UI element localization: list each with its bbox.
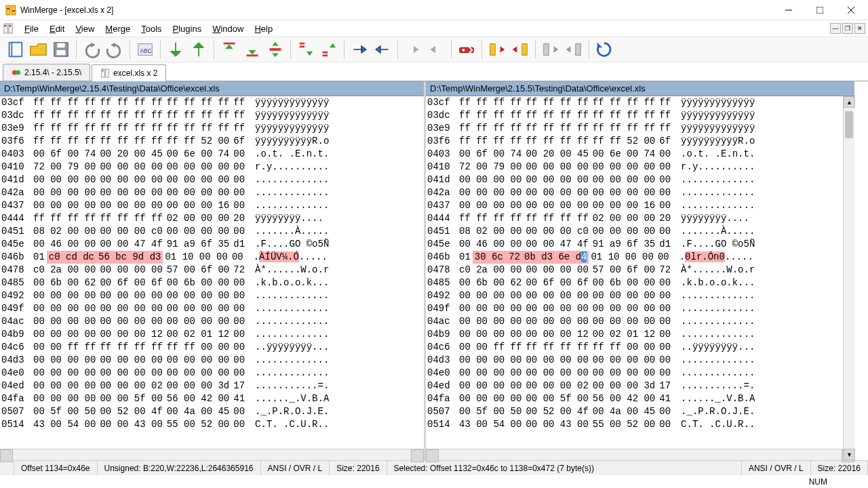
svg-rect-19 <box>224 43 235 45</box>
menubar: FileEditViewMergeToolsPluginsWindowHelp … <box>0 20 868 37</box>
left-hscroll[interactable] <box>0 449 424 460</box>
right-hex-view[interactable]: 03cfff ff ff ffff ff ff ffff ff ff ffffÿ… <box>426 96 854 449</box>
redo-button[interactable] <box>104 39 125 60</box>
left-hex-view[interactable]: 03cfff ff ff ffff ff ff ffff ff ff ffffÿ… <box>0 96 424 449</box>
copy-right-button[interactable] <box>349 39 370 60</box>
save-button[interactable] <box>50 39 72 60</box>
svg-rect-24 <box>323 52 328 54</box>
all-right-button[interactable] <box>486 39 508 60</box>
status-num-indicator: NUM <box>809 477 827 487</box>
status-left-offset: Offset 1134=0x46e <box>14 461 98 475</box>
svg-rect-15 <box>56 50 65 55</box>
menu-tools[interactable]: Tools <box>136 22 167 36</box>
all-left-button[interactable] <box>509 39 531 60</box>
svg-point-36 <box>102 70 103 71</box>
doc-icon <box>3 23 14 34</box>
right-pane: D:\Temp\WinMerge\2.15.5\Testing\Data\Off… <box>426 81 854 460</box>
svg-rect-2 <box>7 8 9 9</box>
svg-rect-5 <box>816 7 823 14</box>
tabbar: 2.15.4\ - 2.15.5\excel.xls x 2 <box>0 62 868 81</box>
compare-panes: D:\Temp\WinMerge\2.15.4\Testing\Data\Off… <box>0 81 868 460</box>
mdi-close-button[interactable]: ✕ <box>854 23 865 34</box>
svg-point-11 <box>9 25 12 27</box>
scroll-thumb[interactable] <box>845 111 853 138</box>
menu-help[interactable]: Help <box>249 22 278 36</box>
svg-rect-23 <box>300 45 304 47</box>
open-button[interactable] <box>27 39 49 60</box>
file-diff-icon <box>100 68 110 78</box>
prev-conflict-button[interactable] <box>318 39 340 60</box>
svg-point-10 <box>5 25 7 27</box>
menu-edit[interactable]: Edit <box>44 22 70 36</box>
scroll-up-button[interactable]: ▲ <box>844 96 855 108</box>
tab-0[interactable]: 2.15.4\ - 2.15.5\ <box>3 64 90 81</box>
vertical-scrollbar[interactable]: ▲ ▼ <box>843 96 854 460</box>
status-left-size: Size: 22016 <box>330 461 387 475</box>
right-path-header: D:\Temp\WinMerge\2.15.5\Testing\Data\Off… <box>426 81 854 96</box>
tab-1[interactable]: excel.xls x 2 <box>92 64 166 81</box>
status-left-encoding: ANSI / OVR / L <box>261 461 330 475</box>
right-hscroll[interactable] <box>426 449 854 460</box>
toolbar: ABC <box>0 37 868 62</box>
menu-plugins[interactable]: Plugins <box>167 22 208 36</box>
svg-rect-22 <box>300 43 304 45</box>
mdi-restore-button[interactable]: ❐ <box>842 23 853 34</box>
next-conflict-button[interactable] <box>295 39 317 60</box>
titlebar-text: WinMerge - [excel.xls x 2] <box>20 5 773 15</box>
menu-merge[interactable]: Merge <box>100 22 136 36</box>
refresh-button[interactable] <box>593 39 615 60</box>
svg-rect-29 <box>522 44 527 56</box>
left-pane: D:\Temp\WinMerge\2.15.4\Testing\Data\Off… <box>0 81 426 460</box>
sel-right-button[interactable] <box>540 39 561 60</box>
folder-diff-icon <box>12 68 21 77</box>
mdi-minimize-button[interactable]: — <box>830 23 841 34</box>
svg-rect-0 <box>6 5 10 15</box>
status-right-selection: Selected: Offset 1132=0x46c to 1138=0x47… <box>387 461 742 475</box>
svg-rect-3 <box>12 10 15 12</box>
app-icon <box>5 5 16 16</box>
current-diff-button[interactable] <box>264 39 286 60</box>
left-path-header: D:\Temp\WinMerge\2.15.4\Testing\Data\Off… <box>0 81 424 96</box>
svg-rect-31 <box>576 44 580 56</box>
maximize-button[interactable] <box>804 0 835 20</box>
prev-diff-button[interactable] <box>188 39 210 60</box>
svg-rect-25 <box>323 54 328 56</box>
svg-rect-20 <box>247 54 258 56</box>
options-button[interactable] <box>456 39 477 60</box>
status-right-encoding: ANSI / OVR / L <box>742 461 811 475</box>
svg-point-33 <box>16 70 20 75</box>
new-button[interactable] <box>4 39 26 60</box>
last-diff-button[interactable] <box>241 39 263 60</box>
svg-rect-21 <box>270 48 281 51</box>
svg-rect-30 <box>544 44 549 56</box>
sel-left-button[interactable] <box>563 39 585 60</box>
svg-rect-16 <box>57 43 64 48</box>
menu-window[interactable]: Window <box>207 22 249 36</box>
titlebar: WinMerge - [excel.xls x 2] <box>0 0 868 20</box>
status-left-unsigned: Unsigned: B:220,W:22236,L:2646365916 <box>98 461 261 475</box>
copy-left-button[interactable] <box>372 39 393 60</box>
next-diff-button[interactable] <box>165 39 186 60</box>
minimize-button[interactable] <box>773 0 804 20</box>
statusbar: Offset 1134=0x46e Unsigned: B:220,W:2223… <box>0 460 868 475</box>
scroll-down-button[interactable]: ▼ <box>844 449 855 460</box>
menu-file[interactable]: File <box>19 22 44 36</box>
svg-rect-28 <box>490 44 495 56</box>
svg-text:ABC: ABC <box>140 47 152 54</box>
close-button[interactable] <box>835 0 867 20</box>
svg-rect-35 <box>106 69 108 77</box>
status-right-size: Size: 22016 <box>811 461 868 475</box>
first-diff-button[interactable] <box>218 39 240 60</box>
copy-right-advance-button[interactable] <box>402 39 424 60</box>
svg-point-27 <box>462 49 465 52</box>
copy-left-advance-button[interactable] <box>425 39 447 60</box>
undo-button[interactable] <box>81 39 102 60</box>
svg-rect-13 <box>12 43 22 57</box>
menu-view[interactable]: View <box>70 22 100 36</box>
show-whitespace-button[interactable]: ABC <box>134 39 156 60</box>
